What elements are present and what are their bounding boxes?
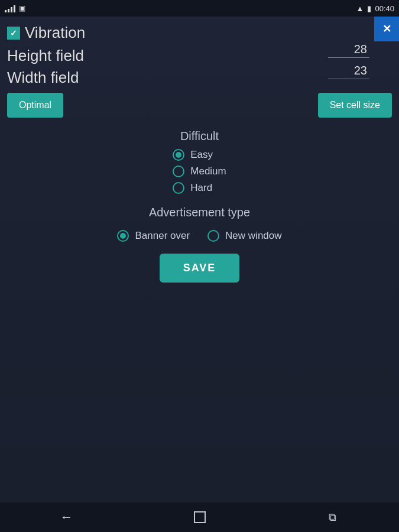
radio-new-window-outer [207, 230, 219, 242]
radio-new-window-label: New window [225, 230, 281, 242]
radio-easy-inner [176, 152, 181, 158]
ad-radio-row: Banner over New window [117, 230, 281, 242]
nav-home-icon [194, 511, 206, 523]
height-field-label: Height field [7, 47, 84, 65]
radio-banner-outer [117, 230, 129, 242]
difficult-title: Difficult [173, 129, 226, 143]
sim-icon: ▣ [19, 4, 25, 12]
main-content: ✕ ✓ Vibration Height field Width field O… [0, 17, 399, 502]
vibration-checkbox[interactable]: ✓ [7, 27, 20, 40]
advertisement-type-section: Advertisement type Banner over New windo… [117, 206, 281, 242]
nav-back-icon: ← [60, 510, 73, 525]
nav-recents-icon: ⧉ [329, 511, 336, 524]
nav-home-button[interactable] [182, 505, 218, 529]
width-field-label: Width field [7, 69, 79, 87]
radio-new-window[interactable]: New window [207, 230, 281, 242]
center-section: Difficult Easy Medium Hard [7, 129, 392, 283]
vibration-label: Vibration [25, 24, 85, 42]
status-bar-right: ▲ ▮ 00:40 [356, 4, 394, 13]
status-bar-left: ▣ [5, 4, 25, 12]
width-field-input[interactable] [328, 63, 369, 79]
height-value-area [328, 41, 369, 58]
radio-banner-label: Banner over [135, 230, 190, 242]
radio-hard-outer [173, 182, 184, 194]
width-field-row: Width field [7, 69, 392, 87]
close-button[interactable]: ✕ [374, 17, 399, 41]
radio-medium-outer [173, 166, 184, 177]
radio-medium[interactable]: Medium [173, 166, 226, 177]
radio-hard-label: Hard [190, 182, 212, 194]
save-button[interactable]: SAVE [160, 254, 240, 283]
signal-icon [5, 4, 15, 12]
radio-easy[interactable]: Easy [173, 149, 213, 161]
close-icon: ✕ [382, 22, 391, 35]
width-value-area [328, 63, 369, 79]
time-display: 00:40 [375, 4, 394, 13]
wifi-icon: ▲ [356, 4, 364, 13]
nav-bar: ← ⧉ [0, 502, 399, 532]
difficult-section: Difficult Easy Medium Hard [173, 129, 226, 206]
action-row: Optimal Set cell size [7, 93, 392, 118]
status-bar: ▣ ▲ ▮ 00:40 [0, 0, 399, 17]
vibration-row: ✓ Vibration [7, 24, 392, 42]
radio-banner-inner [120, 233, 126, 239]
radio-easy-label: Easy [190, 149, 213, 161]
battery-icon: ▮ [367, 4, 371, 13]
nav-back-button[interactable]: ← [49, 505, 85, 529]
difficult-radio-group: Easy Medium Hard [173, 149, 226, 194]
radio-banner-over[interactable]: Banner over [117, 230, 190, 242]
height-field-input[interactable] [328, 41, 369, 58]
nav-recents-button[interactable]: ⧉ [315, 505, 351, 529]
radio-hard[interactable]: Hard [173, 182, 212, 194]
optimal-button[interactable]: Optimal [7, 93, 63, 118]
radio-easy-outer [173, 149, 184, 161]
checkmark-icon: ✓ [10, 28, 17, 38]
set-cell-size-button[interactable]: Set cell size [318, 93, 392, 118]
radio-medium-label: Medium [190, 166, 226, 177]
ad-type-title: Advertisement type [149, 206, 250, 219]
